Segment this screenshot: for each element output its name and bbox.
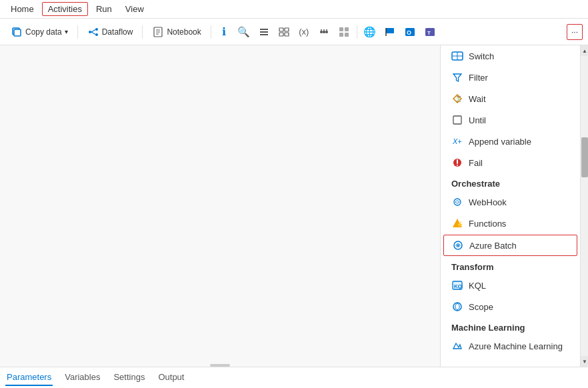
svg-point-43 <box>457 165 458 166</box>
flag-icon <box>384 26 396 38</box>
svg-rect-1 <box>14 29 21 36</box>
dropdown-item-fail[interactable]: Fail <box>441 152 580 173</box>
dropdown-item-wait[interactable]: ⏳ Wait <box>441 88 580 109</box>
divider3 <box>211 25 211 39</box>
teams-icon: T <box>424 26 436 38</box>
scope-label: Scope <box>469 302 493 312</box>
svg-rect-12 <box>260 31 268 33</box>
dropdown-item-until[interactable]: Until <box>441 109 580 131</box>
search-icon: 🔍 <box>238 26 250 38</box>
dropdown-item-azurebatch[interactable]: Azure Batch <box>443 235 577 256</box>
svg-point-4 <box>95 33 98 36</box>
menu-bar: Home Activities Run View <box>0 0 588 19</box>
dropdown-item-aml[interactable]: Azure Machine Learning <box>441 335 580 357</box>
machinelearning-section-header: Machine Learning <box>441 317 580 335</box>
aml-icon <box>451 340 463 352</box>
info-icon: ℹ <box>218 26 230 38</box>
scope-icon <box>451 301 463 313</box>
svg-rect-16 <box>279 33 283 36</box>
globe-button[interactable]: 🌐 <box>361 23 379 41</box>
variable-button[interactable]: (x) <box>295 23 313 41</box>
svg-text:T: T <box>427 30 431 36</box>
list-icon <box>258 26 270 38</box>
svg-text:⚡: ⚡ <box>456 221 463 229</box>
tab-settings[interactable]: Settings <box>112 369 146 386</box>
svg-rect-26 <box>345 27 349 31</box>
svg-point-2 <box>89 31 91 33</box>
menu-run[interactable]: Run <box>91 3 117 15</box>
append-label: Append variable <box>469 137 531 147</box>
grid-button[interactable] <box>315 23 333 41</box>
dropdown-item-scope[interactable]: Scope <box>441 296 580 317</box>
svg-text:KQL: KQL <box>454 283 463 289</box>
dataflow-button[interactable]: Dataflow <box>82 23 139 41</box>
divider2 <box>142 25 143 39</box>
until-icon <box>451 114 463 126</box>
dropdown-item-append[interactable]: X+ Append variable <box>441 131 580 152</box>
filter-icon <box>451 71 463 83</box>
svg-rect-25 <box>339 27 343 31</box>
notebook-icon <box>152 26 164 38</box>
grid2-button[interactable] <box>335 23 353 41</box>
svg-text:O: O <box>407 29 411 36</box>
tab-variables[interactable]: Variables <box>63 369 101 386</box>
notebook-button[interactable]: Notebook <box>147 23 206 41</box>
menu-home[interactable]: Home <box>5 3 39 15</box>
variable-icon: (x) <box>298 26 310 38</box>
tab-output[interactable]: Output <box>157 369 185 386</box>
dropdown-item-kql[interactable]: KQL KQL <box>441 275 580 296</box>
svg-rect-27 <box>339 33 343 37</box>
dropdown-item-filter[interactable]: Filter <box>441 67 580 88</box>
menu-activities[interactable]: Activities <box>42 2 88 16</box>
switch-label: Switch <box>469 51 494 61</box>
outlook-button[interactable]: O <box>401 23 419 41</box>
search-button[interactable]: 🔍 <box>235 23 253 41</box>
teams-button[interactable]: T <box>421 23 439 41</box>
switch-icon <box>451 50 463 62</box>
svg-rect-29 <box>386 28 394 33</box>
filter-label: Filter <box>469 73 488 83</box>
svg-point-18 <box>320 31 323 33</box>
svg-rect-28 <box>345 33 349 37</box>
svg-point-20 <box>325 31 328 33</box>
tab-parameters[interactable]: Parameters <box>5 369 53 386</box>
canvas-divider <box>210 364 230 367</box>
bottom-tabs: Parameters Variables Settings Output <box>0 367 588 388</box>
svg-rect-11 <box>260 29 268 30</box>
copy-data-icon <box>11 26 23 38</box>
scrollbar-up[interactable]: ▲ <box>581 45 588 56</box>
fail-label: Fail <box>469 158 483 168</box>
more-label: ··· <box>571 27 578 37</box>
svg-rect-15 <box>285 28 289 31</box>
svg-rect-14 <box>279 28 283 31</box>
outlook-icon: O <box>404 26 416 38</box>
append-icon: X+ <box>451 135 463 147</box>
flag-button[interactable] <box>381 23 399 41</box>
functions-label: Functions <box>469 219 506 229</box>
aml-label: Azure Machine Learning <box>469 341 563 351</box>
main-area: Switch Filter ⏳ Wait <box>0 45 588 367</box>
webhook-icon <box>451 196 463 208</box>
info-button[interactable]: ℹ <box>215 23 233 41</box>
wait-label: Wait <box>469 94 486 104</box>
kql-label: KQL <box>469 281 486 291</box>
svg-line-5 <box>91 29 95 32</box>
kql-icon: KQL <box>451 279 463 291</box>
dropdown-item-switch[interactable]: Switch <box>441 45 580 67</box>
svg-rect-17 <box>285 33 289 36</box>
svg-text:⏳: ⏳ <box>455 95 462 102</box>
fail-icon <box>451 157 463 169</box>
until-label: Until <box>469 115 486 125</box>
copy-data-button[interactable]: Copy data ▾ <box>5 23 73 41</box>
list2-button[interactable] <box>275 23 293 41</box>
svg-rect-39 <box>453 116 461 124</box>
svg-line-6 <box>91 32 95 35</box>
list-button[interactable] <box>255 23 273 41</box>
scrollbar-down[interactable]: ▼ <box>581 356 588 367</box>
menu-view[interactable]: View <box>120 3 149 15</box>
azurebatch-label: Azure Batch <box>469 241 517 251</box>
more-button[interactable]: ··· <box>567 24 583 40</box>
scrollbar-thumb[interactable] <box>581 137 588 177</box>
dropdown-item-webhook[interactable]: WebHook <box>441 191 580 213</box>
dropdown-item-functions[interactable]: ⚡ Functions <box>441 213 580 234</box>
